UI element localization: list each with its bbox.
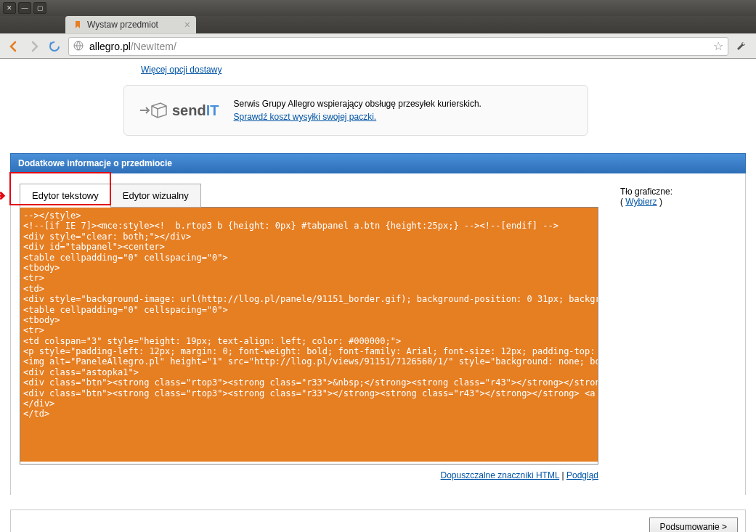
tab-strip: Wystaw przedmiot × — [0, 16, 756, 33]
tab-close-icon[interactable]: × — [184, 19, 190, 30]
sendit-promo: sendIT Serwis Grupy Allegro wspierający … — [123, 85, 588, 136]
package-arrow-icon — [139, 100, 168, 120]
choose-bg-link[interactable]: Wybierz — [625, 197, 657, 207]
forward-button[interactable] — [25, 37, 44, 56]
window-close-button[interactable]: ✕ — [3, 2, 16, 14]
window-maximize-button[interactable]: ▢ — [33, 2, 46, 14]
summary-row: Podsumowanie > — [10, 510, 746, 532]
favicon-icon — [73, 20, 83, 30]
tab-text-editor[interactable]: Edytor tekstowy — [20, 184, 111, 208]
bg-label: Tło graficzne: — [620, 187, 736, 197]
tab-visual-editor[interactable]: Edytor wizualny — [111, 184, 201, 208]
globe-icon — [73, 41, 85, 52]
reload-button[interactable] — [45, 37, 64, 56]
summary-button[interactable]: Podsumowanie > — [649, 517, 738, 532]
html-source-textarea[interactable] — [20, 208, 598, 462]
back-button[interactable] — [4, 37, 23, 56]
content-area: Więcej opcji dostawy sendIT Serwis Grupy… — [0, 59, 756, 532]
tab-title: Wystaw przedmiot — [87, 20, 158, 30]
settings-wrench-icon[interactable] — [733, 37, 752, 56]
preview-link[interactable]: Podgląd — [566, 470, 598, 480]
sendit-check-link[interactable]: Sprawdź koszt wysyłki swojej paczki. — [233, 112, 376, 122]
window-titlebar: ✕ — ▢ — [0, 0, 756, 16]
more-delivery-link[interactable]: Więcej opcji dostawy — [141, 65, 221, 75]
window-minimize-button[interactable]: — — [18, 2, 31, 14]
sendit-logo: sendIT — [139, 100, 219, 120]
page-scroll[interactable]: Więcej opcji dostawy sendIT Serwis Grupy… — [0, 59, 756, 532]
address-bar[interactable]: allegro.pl/NewItem/ ☆ — [68, 37, 728, 56]
bookmark-star-icon[interactable]: ☆ — [713, 39, 723, 53]
arrow-indicator-icon: ➔ — [0, 187, 6, 204]
browser-toolbar: allegro.pl/NewItem/ ☆ — [0, 33, 756, 58]
editor-tabs: Edytor tekstowy Edytor wizualny — [20, 184, 598, 208]
section-header: Dodatkowe informacje o przedmiocie — [10, 153, 746, 173]
sendit-desc: Serwis Grupy Allegro wspierający obsługę… — [233, 97, 481, 110]
allowed-tags-link[interactable]: Dopuszczalne znaczniki HTML — [441, 470, 560, 480]
browser-tab[interactable]: Wystaw przedmiot × — [65, 16, 196, 33]
browser-chrome: Wystaw przedmiot × allegro.pl/NewItem/ — [0, 16, 756, 59]
url-text: allegro.pl/NewItem/ — [89, 41, 713, 52]
